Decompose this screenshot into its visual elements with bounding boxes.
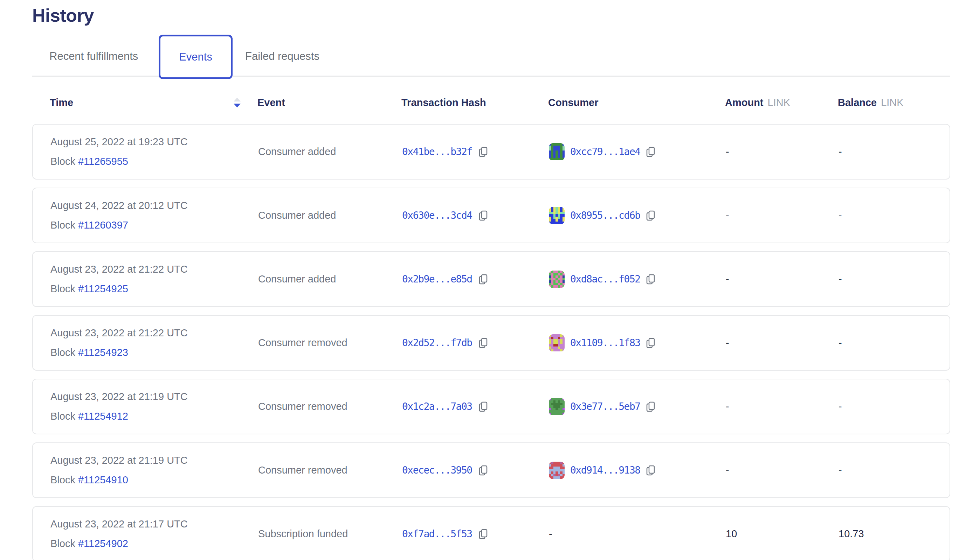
consumer-cell: 0x1109...1f83 <box>549 334 726 352</box>
copy-consumer-address-button[interactable] <box>646 337 656 348</box>
consumer-cell: 0x8955...cd6b <box>549 207 726 224</box>
row-balance: 10.73 <box>839 528 951 540</box>
copy-transaction-hash-button[interactable] <box>478 401 488 412</box>
copy-icon <box>478 465 488 476</box>
transaction-hash-link[interactable]: 0xecec...3950 <box>402 465 472 476</box>
copy-icon <box>646 401 656 412</box>
consumer-address-link[interactable]: 0xd914...9138 <box>570 465 640 476</box>
table-row: August 24, 2022 at 20:12 UTC Block #1126… <box>32 188 950 243</box>
copy-icon <box>646 146 656 158</box>
time-cell: August 23, 2022 at 21:22 UTC Block #1125… <box>50 264 258 294</box>
consumer-avatar <box>549 334 565 352</box>
consumer-cell: 0x3e77...5eb7 <box>549 398 726 415</box>
transaction-hash-link[interactable]: 0x2d52...f7db <box>402 337 472 348</box>
block-label: Block <box>50 283 78 294</box>
block-number-link[interactable]: #11254923 <box>78 347 128 358</box>
row-time: August 23, 2022 at 21:19 UTC <box>50 455 258 465</box>
column-header-transaction-hash: Transaction Hash <box>401 97 548 108</box>
row-event: Consumer removed <box>258 338 402 348</box>
block-number-link[interactable]: #11254912 <box>78 410 128 422</box>
copy-consumer-address-button[interactable] <box>646 274 656 285</box>
consumer-address-link[interactable]: 0xd8ac...f052 <box>570 273 640 285</box>
consumer-cell: - <box>549 528 726 540</box>
balance-unit-label: LINK <box>881 97 903 108</box>
copy-icon <box>478 337 488 348</box>
transaction-hash-link[interactable]: 0x2b9e...e85d <box>402 273 472 285</box>
transaction-hash-cell: 0x2d52...f7db <box>402 337 549 348</box>
block-number-link[interactable]: #11254902 <box>78 538 128 549</box>
row-event: Consumer added <box>258 210 402 220</box>
consumer-address-link[interactable]: 0x1109...1f83 <box>570 337 640 348</box>
copy-icon <box>478 146 488 158</box>
block-label: Block <box>50 220 78 231</box>
table-row: August 23, 2022 at 21:17 UTC Block #1125… <box>32 506 950 560</box>
consumer-address-link[interactable]: 0x8955...cd6b <box>570 210 640 221</box>
block-number-link[interactable]: #11260397 <box>78 220 128 231</box>
tab-recent-fulfillments[interactable]: Recent fulfillments <box>49 50 138 63</box>
row-time: August 24, 2022 at 20:12 UTC <box>50 200 258 211</box>
copy-transaction-hash-button[interactable] <box>478 210 488 221</box>
tab-events[interactable]: Events <box>159 35 232 79</box>
transaction-hash-link[interactable]: 0x41be...b32f <box>402 146 472 158</box>
copy-consumer-address-button[interactable] <box>646 401 656 412</box>
row-balance: - <box>839 401 951 412</box>
block-line: Block #11254910 <box>50 475 258 485</box>
copy-transaction-hash-button[interactable] <box>478 465 488 476</box>
table-header: Time Event Transaction Hash Consumer Amo… <box>32 92 950 113</box>
transaction-hash-link[interactable]: 0x1c2a...7a03 <box>402 401 472 412</box>
column-header-amount: AmountLINK <box>725 97 838 108</box>
table-row: August 23, 2022 at 21:19 UTC Block #1125… <box>32 442 950 498</box>
table-row: August 23, 2022 at 21:19 UTC Block #1125… <box>32 379 950 434</box>
copy-icon <box>478 401 488 412</box>
row-event: Consumer removed <box>258 465 402 475</box>
transaction-hash-cell: 0x630e...3cd4 <box>402 210 549 221</box>
block-number-link[interactable]: #11254925 <box>78 283 128 294</box>
column-header-time[interactable]: Time <box>50 97 257 108</box>
block-line: Block #11260397 <box>50 220 258 230</box>
row-time: August 23, 2022 at 21:22 UTC <box>50 328 258 338</box>
time-cell: August 24, 2022 at 20:12 UTC Block #1126… <box>50 200 258 230</box>
row-event: Subscription funded <box>258 529 402 539</box>
consumer-avatar <box>549 143 565 161</box>
copy-transaction-hash-button[interactable] <box>478 146 488 158</box>
consumer-address-link[interactable]: 0x3e77...5eb7 <box>570 401 640 412</box>
copy-icon <box>646 465 656 476</box>
block-label: Block <box>50 538 78 549</box>
copy-icon <box>646 337 656 348</box>
block-line: Block #11254902 <box>50 538 258 549</box>
time-cell: August 23, 2022 at 21:22 UTC Block #1125… <box>50 328 258 358</box>
consumer-address-link[interactable]: 0xcc79...1ae4 <box>570 146 640 158</box>
row-balance: - <box>839 337 951 348</box>
row-balance: - <box>839 146 951 158</box>
block-line: Block #11265955 <box>50 157 258 167</box>
copy-consumer-address-button[interactable] <box>646 210 656 221</box>
copy-transaction-hash-button[interactable] <box>478 337 488 348</box>
consumer-avatar <box>549 270 565 288</box>
time-cell: August 23, 2022 at 21:19 UTC Block #1125… <box>50 392 258 422</box>
transaction-hash-link[interactable]: 0xf7ad...5f53 <box>402 528 472 540</box>
transaction-hash-cell: 0x2b9e...e85d <box>402 273 549 285</box>
transaction-hash-cell: 0x1c2a...7a03 <box>402 401 549 412</box>
copy-icon <box>646 274 656 285</box>
table-row: August 23, 2022 at 21:22 UTC Block #1125… <box>32 315 950 371</box>
consumer-cell: 0xd914...9138 <box>549 462 726 479</box>
block-number-link[interactable]: #11254910 <box>78 474 128 485</box>
copy-consumer-address-button[interactable] <box>646 465 656 476</box>
transaction-hash-link[interactable]: 0x630e...3cd4 <box>402 210 472 221</box>
block-number-link[interactable]: #11265955 <box>78 156 128 167</box>
block-label: Block <box>50 156 78 167</box>
copy-transaction-hash-button[interactable] <box>478 274 488 285</box>
row-time: August 23, 2022 at 21:19 UTC <box>50 392 258 402</box>
row-amount: - <box>726 273 839 285</box>
consumer-avatar <box>549 462 565 479</box>
row-event: Consumer added <box>258 274 402 284</box>
copy-consumer-address-button[interactable] <box>646 146 656 158</box>
copy-icon <box>478 210 488 221</box>
consumer-cell: 0xcc79...1ae4 <box>549 143 726 161</box>
tab-failed-requests[interactable]: Failed requests <box>245 50 319 63</box>
copy-transaction-hash-button[interactable] <box>478 528 488 540</box>
time-cell: August 25, 2022 at 19:23 UTC Block #1126… <box>50 137 258 167</box>
transaction-hash-cell: 0xf7ad...5f53 <box>402 528 549 540</box>
column-header-balance: BalanceLINK <box>838 97 950 108</box>
row-amount: - <box>726 401 839 412</box>
